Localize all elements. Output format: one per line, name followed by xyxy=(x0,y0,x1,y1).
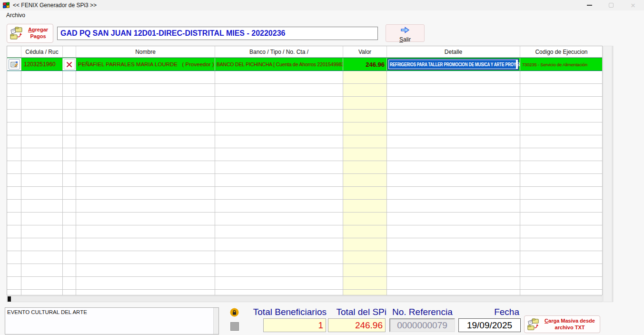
window-title: << FENIX Generador de SPi3 >> xyxy=(13,2,97,9)
horizontal-scroll-thumb[interactable] xyxy=(8,296,11,302)
row-detalle-cell: REFRIGERIOS PARA TALLER PROMOCION DE MUS… xyxy=(387,58,520,71)
total-beneficiarios-label: Total Beneficiarios xyxy=(237,307,327,318)
carga-masiva-button[interactable]: Carga Masiva desde archivo TXT xyxy=(524,315,600,333)
folder-transfer-icon xyxy=(526,317,540,332)
header-banco: Banco / Tipo / No. Cta / xyxy=(215,46,343,57)
exit-arrow-icon xyxy=(400,26,410,34)
row-banco: BANCO DEL PICHINCHA [ Cuenta de Ahorros … xyxy=(215,58,343,71)
menubar: Archivo xyxy=(0,10,644,20)
total-spi-field: 246.96 xyxy=(328,318,386,332)
restore-button[interactable] xyxy=(600,0,622,10)
table-row-empty xyxy=(7,264,603,277)
table-row-empty xyxy=(7,135,603,148)
minimize-icon xyxy=(587,5,592,6)
table-row-empty xyxy=(7,290,603,295)
right-divider xyxy=(613,46,613,302)
fenix-window: << FENIX Generador de SPi3 >> × Archivo … xyxy=(0,0,644,335)
delete-x-icon xyxy=(66,61,72,68)
gray-square-button[interactable] xyxy=(230,322,239,331)
close-button[interactable]: × xyxy=(622,0,644,10)
total-spi-label: Total del SPi xyxy=(314,307,386,318)
referencia-label: No. Referencia xyxy=(392,307,459,318)
table-row-empty xyxy=(7,225,603,238)
descripcion-text: EVENTO CULTURAL DEL ARTE xyxy=(7,309,87,315)
agregar-pagos-label: Agregar Pagos xyxy=(23,27,53,40)
table-row-empty xyxy=(7,161,603,174)
entity-title-field[interactable]: GAD PQ SAN JUAN 12D01-DIREC-DISTRITAL MI… xyxy=(57,27,378,40)
header-cedula: Cédula / Ruc xyxy=(21,46,63,57)
detalle-edit-field[interactable]: REFRIGERIOS PARA TALLER PROMOCION DE MUS… xyxy=(387,59,519,70)
close-icon: × xyxy=(631,1,635,10)
row-cedula: 1203251960 xyxy=(21,58,63,71)
grid-vertical-scrollbar[interactable] xyxy=(603,46,612,302)
table-row-empty xyxy=(7,187,603,200)
carga-masiva-label: Carga Masiva desde archivo TXT xyxy=(540,318,600,331)
row-nombre: PEÑAFIEL PARRALES MARIA LOURDE ( Proveed… xyxy=(76,58,215,71)
delete-row-button[interactable] xyxy=(64,59,75,70)
grid-horizontal-scrollbar[interactable] xyxy=(7,296,603,302)
referencia-field: 0000000079 xyxy=(389,318,455,332)
row-codigo: 730235 - Servicio de Alimentación xyxy=(520,58,603,71)
grid-header: Cédula / Ruc Nombre Banco / Tipo / No. C… xyxy=(7,46,603,58)
titlebar: << FENIX Generador de SPi3 >> × xyxy=(0,0,644,10)
table-row-empty xyxy=(7,251,603,264)
header-valor: Valor xyxy=(343,46,387,57)
edit-row-button[interactable] xyxy=(9,59,20,70)
fecha-field[interactable]: 19/09/2025 xyxy=(458,318,521,332)
row-valor: 246.96 xyxy=(343,58,387,71)
folder-transfer-icon xyxy=(9,26,23,41)
edit-form-icon xyxy=(10,61,18,68)
table-row-empty xyxy=(7,122,603,135)
total-beneficiarios-field: 1 xyxy=(263,318,326,332)
table-row-empty xyxy=(7,110,603,122)
payments-grid: Cédula / Ruc Nombre Banco / Tipo / No. C… xyxy=(7,46,603,295)
descripcion-textarea[interactable]: EVENTO CULTURAL DEL ARTE xyxy=(5,307,219,335)
agregar-pagos-button[interactable]: Agregar Pagos xyxy=(7,24,53,43)
table-row-empty xyxy=(7,84,603,97)
table-row-empty xyxy=(7,238,603,251)
grid-empty-rows xyxy=(7,71,602,295)
menu-archivo[interactable]: Archivo xyxy=(4,11,27,20)
table-row-empty xyxy=(7,148,603,161)
restore-icon xyxy=(609,3,614,8)
header-nombre: Nombre xyxy=(76,46,215,57)
table-row-empty xyxy=(7,213,603,225)
table-row-empty xyxy=(7,200,603,213)
salir-label: Salir xyxy=(386,36,424,43)
minimize-button[interactable] xyxy=(578,0,600,10)
header-codigo: Codigo de Ejecucion xyxy=(520,46,603,57)
table-row-empty xyxy=(7,277,603,290)
table-row-empty xyxy=(7,97,603,110)
salir-button[interactable]: Salir xyxy=(386,24,425,42)
table-row-empty xyxy=(7,71,603,84)
payment-row-selected[interactable]: 1203251960 PEÑAFIEL PARRALES MARIA LOURD… xyxy=(7,58,603,71)
descripcion-scrollbar[interactable] xyxy=(213,308,218,334)
detalle-selected-text: REFRIGERIOS PARA TALLER PROMOCION DE MUS… xyxy=(389,60,516,69)
table-row-empty xyxy=(7,174,603,187)
app-windows-logo-icon xyxy=(2,1,10,9)
header-detalle: Detalle xyxy=(387,46,520,57)
fecha-label: Fecha xyxy=(455,307,519,318)
